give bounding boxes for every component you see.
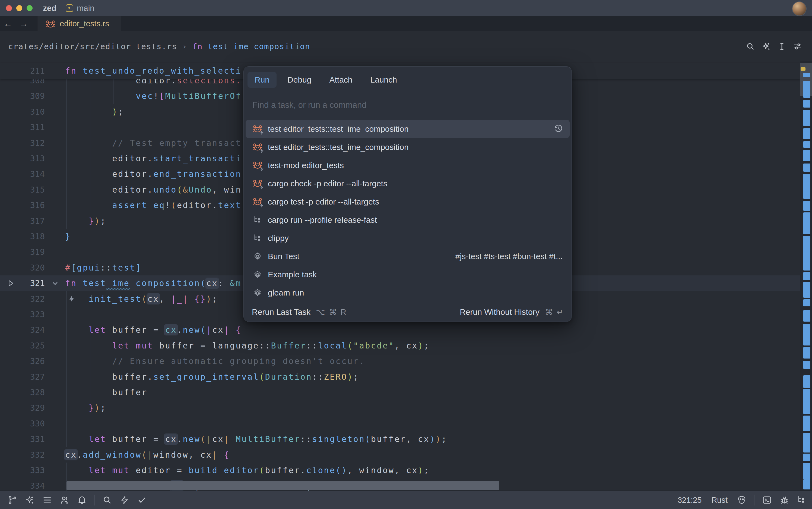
copilot-icon[interactable] — [737, 495, 747, 505]
task-item[interactable]: clippy — [246, 229, 570, 247]
code-token: | — [224, 325, 230, 335]
indent-guide — [66, 213, 67, 229]
assistant-sparkles-icon[interactable] — [25, 495, 35, 505]
task-item[interactable]: cargo check -p editor --all-targets — [246, 174, 570, 193]
scrollbar-match-mark — [803, 299, 810, 306]
debugger-bug-icon[interactable] — [779, 495, 789, 505]
code-token: let — [89, 434, 106, 444]
code-line[interactable]: 324let buffer = cx.new(|cx| { — [0, 322, 800, 338]
rust-file-icon — [46, 20, 56, 28]
task-item[interactable]: cargo test -p editor --all-targets — [246, 193, 570, 211]
editor-controls-sliders-icon[interactable] — [793, 42, 802, 51]
code-token: local — [318, 341, 347, 350]
minimize-window-button[interactable] — [16, 5, 22, 11]
task-item[interactable]: cargo run --profile release-fast — [246, 211, 570, 229]
code-line[interactable]: 330 — [0, 416, 800, 432]
modal-tab-debug[interactable]: Debug — [280, 72, 318, 88]
code-action-zap-icon[interactable] — [67, 295, 77, 310]
code-line[interactable]: 327buffer.set_group_interval(Duration::Z… — [0, 369, 800, 385]
code-token: vec — [136, 91, 153, 101]
modal-tab-launch[interactable]: Launch — [363, 72, 404, 88]
code-line[interactable]: 328buffer — [0, 384, 800, 400]
indent-guide — [90, 369, 90, 385]
buffer-search-icon[interactable] — [746, 42, 755, 51]
task-item[interactable]: gleam run — [246, 283, 570, 302]
code-token: language — [212, 341, 259, 350]
code-token: buffer — [112, 372, 148, 382]
performance-zap-icon[interactable] — [120, 495, 130, 505]
zoom-window-button[interactable] — [27, 5, 33, 11]
git-branch-icon[interactable] — [8, 495, 17, 505]
terminal-panel-icon[interactable] — [762, 495, 772, 505]
code-token: , — [189, 450, 194, 460]
rust-task-icon — [252, 125, 263, 134]
collaborators-icon[interactable] — [60, 495, 70, 505]
code-line[interactable]: 332cx.add_window(|window, cx| { — [0, 447, 800, 463]
code-line-text: #[gpui::test] — [65, 260, 142, 276]
code-token — [206, 341, 212, 350]
project-branch-button[interactable]: main — [66, 3, 95, 13]
user-avatar[interactable] — [792, 2, 806, 15]
code-token: :: — [101, 263, 112, 272]
vertical-scrollbar[interactable] — [800, 61, 812, 490]
task-search-input[interactable] — [252, 100, 551, 110]
line-number: 331 — [11, 431, 45, 447]
code-token: buffer — [112, 387, 148, 397]
scrollbar-match-mark — [803, 453, 810, 461]
code-token: { — [224, 450, 230, 460]
breadcrumb[interactable]: crates/editor/src/editor_tests.rs › fn t… — [8, 42, 310, 51]
language-selector[interactable]: Rust — [711, 496, 728, 505]
code-token: [ — [71, 263, 77, 272]
code-token: Buffer — [271, 341, 306, 350]
code-line[interactable]: 329}); — [0, 400, 800, 416]
task-item[interactable]: test-mod editor_tests — [246, 156, 570, 174]
text-cursor-icon[interactable] — [777, 42, 786, 51]
code-line-text: // Test empty transact — [112, 135, 242, 151]
code-token — [106, 466, 112, 475]
code-line[interactable]: 325let mut buffer = language::Buffer::lo… — [0, 338, 800, 353]
code-token: : — [218, 278, 224, 288]
inline-assist-sparkles-icon[interactable] — [762, 42, 771, 51]
rerun-without-history-button[interactable]: Rerun Without History ⌘ ↵ — [460, 307, 564, 317]
fold-chevron-down-icon[interactable] — [50, 279, 60, 295]
project-search-icon[interactable] — [102, 495, 112, 505]
navigate-forward-button[interactable]: → — [16, 19, 32, 29]
code-line-text: let buffer = cx.new(|cx| { — [89, 322, 242, 338]
task-item[interactable]: test editor_tests::test_ime_composition — [246, 120, 570, 138]
code-line-text: editor.start_transacti — [112, 151, 242, 167]
code-token: window — [153, 450, 189, 460]
task-item[interactable]: Example task — [246, 265, 570, 283]
code-token: ZERO — [324, 372, 347, 382]
horizontal-scrollbar-thumb[interactable] — [67, 481, 500, 490]
tasks-list-tree-icon[interactable] — [797, 495, 807, 505]
tab-editor-tests[interactable]: editor_tests.rs — [37, 16, 121, 31]
code-token: ; — [101, 216, 106, 226]
outline-list-tree-icon[interactable] — [42, 495, 52, 505]
scrollbar-match-mark — [803, 164, 810, 172]
code-token: ( — [142, 294, 148, 304]
notifications-bell-icon[interactable] — [77, 495, 87, 505]
code-token: init_test — [89, 294, 142, 304]
code-line[interactable]: 333let mut editor = build_editor(buffer.… — [0, 463, 800, 478]
rust-task-icon — [252, 161, 263, 170]
run-test-play-icon[interactable] — [6, 279, 15, 295]
task-item[interactable]: test editor_tests::test_ime_composition — [246, 138, 570, 156]
cursor-position[interactable]: 321:25 — [678, 496, 702, 505]
code-line[interactable]: 331let buffer = cx.new(|cx| MultiBuffer:… — [0, 431, 800, 447]
indent-guide — [90, 384, 90, 400]
modal-tab-run[interactable]: Run — [248, 72, 276, 88]
navigate-back-button[interactable]: ← — [0, 19, 16, 29]
close-window-button[interactable] — [6, 5, 12, 11]
code-token: { — [235, 325, 242, 335]
code-token: editor — [112, 169, 148, 179]
code-line[interactable]: 326// Ensure automatic grouping doesn't … — [0, 353, 800, 369]
code-line-text: }); — [89, 400, 106, 416]
diagnostics-check-icon[interactable] — [137, 495, 147, 505]
code-token — [230, 325, 236, 335]
rerun-last-task-button[interactable]: Rerun Last Task ⌥ ⌘ R — [252, 307, 347, 317]
modal-tab-attach[interactable]: Attach — [322, 72, 359, 88]
code-token: . — [212, 200, 218, 210]
scrollbar-match-mark — [803, 433, 810, 452]
task-item[interactable]: Bun Test#js-test #ts-test #bun-test #t..… — [246, 247, 570, 265]
code-token: | — [206, 434, 212, 444]
